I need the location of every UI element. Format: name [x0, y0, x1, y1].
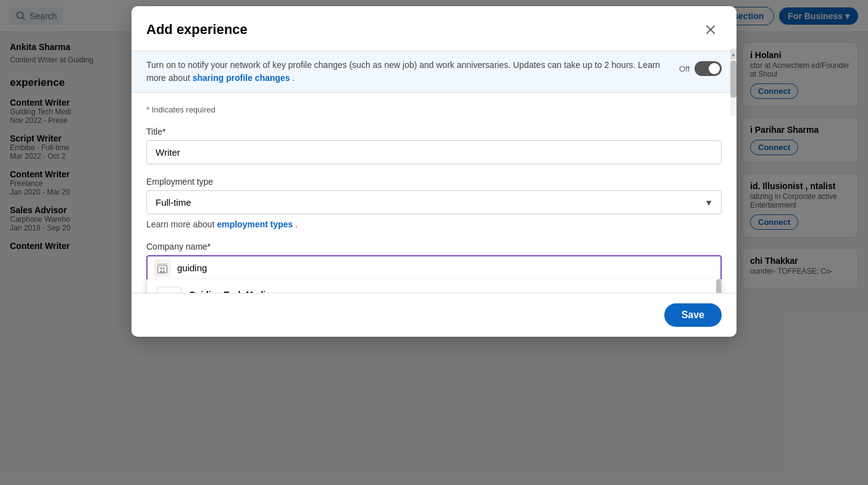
company-name-input[interactable]	[148, 256, 720, 279]
title-label: Title*	[146, 127, 722, 137]
company-name-label: Company name*	[146, 242, 722, 251]
company-logo-icon	[154, 259, 171, 277]
toggle-switch[interactable]	[695, 61, 722, 76]
svg-rect-4	[158, 265, 167, 272]
toggle-container: Off	[679, 61, 722, 76]
modal-title: Add experience	[146, 22, 248, 38]
company-dropdown: G Guiding Tech Media Company · Technolog…	[146, 279, 722, 293]
modal-overlay: Add experience Turn on to notify your ne…	[0, 0, 868, 485]
company-input-wrapper: G Guiding Tech Media Company · Technolog…	[146, 255, 722, 280]
save-button[interactable]: Save	[664, 303, 722, 327]
company-logo-guiding-tech: G	[157, 287, 182, 293]
dropdown-item-1[interactable]: G Guiding Tech Media Company · Technolog…	[147, 279, 721, 293]
add-experience-modal: Add experience Turn on to notify your ne…	[131, 6, 737, 337]
modal-header: Add experience	[131, 6, 737, 51]
employment-type-select-wrapper: Full-time Part-time Self-employed Freela…	[146, 190, 722, 214]
notification-text: Turn on to notify your network of key pr…	[146, 59, 669, 85]
modal-footer: Save	[131, 293, 737, 337]
employment-type-note: Learn more about employment types .	[146, 219, 722, 229]
employment-type-label: Employment type	[146, 177, 722, 187]
employment-type-select[interactable]: Full-time Part-time Self-employed Freela…	[146, 190, 722, 214]
toggle-label: Off	[679, 64, 690, 74]
notification-bar: Turn on to notify your network of key pr…	[131, 51, 737, 93]
title-input[interactable]	[146, 140, 722, 164]
svg-rect-6	[161, 268, 162, 269]
modal-close-button[interactable]	[699, 19, 722, 41]
svg-rect-9	[163, 271, 165, 272]
title-field-group: Title*	[146, 127, 722, 164]
employment-types-link[interactable]: employment types	[217, 219, 293, 229]
scroll-arrow-up: ▲	[730, 49, 737, 59]
close-icon	[704, 23, 717, 36]
company-name-group: Company name*	[146, 242, 722, 280]
svg-rect-8	[161, 271, 162, 272]
dropdown-item-1-name: Guiding Tech Media	[189, 290, 359, 293]
building-icon	[156, 262, 169, 274]
svg-rect-5	[158, 263, 167, 266]
employment-type-group: Employment type Full-time Part-time Self…	[146, 177, 722, 229]
svg-rect-7	[163, 268, 165, 269]
modal-scrollbar-top: ▲	[730, 48, 737, 116]
modal-body: * Indicates required Title* Employment t…	[131, 93, 737, 293]
dropdown-item-1-info: Guiding Tech Media Company · Technology,…	[189, 290, 359, 293]
scroll-thumb	[730, 61, 737, 98]
sharing-profile-changes-link[interactable]: sharing profile changes	[193, 73, 290, 83]
required-note: * Indicates required	[146, 105, 722, 114]
